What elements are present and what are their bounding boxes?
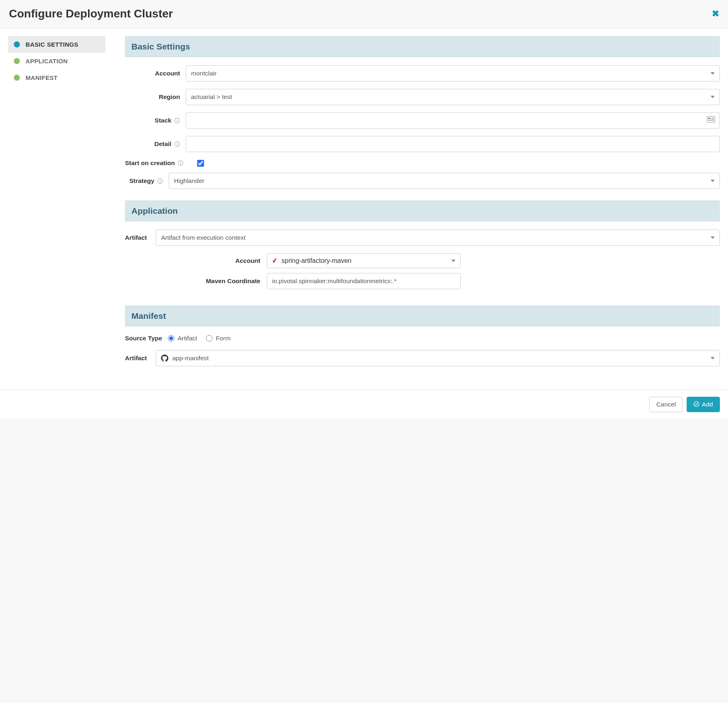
maven-coordinate-input[interactable]	[267, 273, 461, 289]
check-circle-icon	[694, 401, 699, 408]
label-app-account: Account	[202, 257, 267, 264]
sidebar-item-application[interactable]: APPLICATION	[8, 53, 105, 69]
help-icon[interactable]: ⓘ	[174, 141, 180, 148]
label-manifest-artifact: Artifact	[125, 355, 148, 362]
row-account: Account montclair	[125, 65, 720, 82]
manifest-artifact-value: app-manifest	[172, 355, 209, 362]
status-dot-icon	[14, 75, 20, 81]
modal-title: Configure Deployment Cluster	[9, 7, 173, 20]
svg-rect-1	[708, 118, 711, 119]
svg-rect-3	[711, 118, 714, 119]
modal-header: Configure Deployment Cluster ✖	[0, 0, 728, 29]
status-dot-icon	[14, 41, 20, 47]
app-artifact-select[interactable]: Artifact from execution context	[156, 230, 720, 246]
sidebar-item-label: APPLICATION	[26, 58, 68, 64]
status-dot-icon	[14, 58, 20, 64]
source-type-radio-group: Artifact Form	[168, 335, 230, 342]
svg-rect-2	[708, 120, 714, 121]
help-icon[interactable]: ⓘ	[157, 178, 163, 185]
chevron-down-icon	[711, 357, 715, 359]
github-icon	[161, 355, 168, 362]
label-account: Account	[125, 70, 186, 77]
row-maven-coord: Maven Coordinate	[202, 273, 720, 289]
section-heading-manifest: Manifest	[125, 305, 720, 327]
radio-option-artifact[interactable]: Artifact	[168, 335, 197, 342]
radio-artifact[interactable]	[168, 335, 174, 342]
help-icon[interactable]: ⓘ	[174, 117, 180, 125]
chevron-down-icon	[711, 236, 715, 239]
region-value: actuarial > test	[191, 93, 232, 101]
row-detail: Detail ⓘ	[125, 136, 720, 152]
section-heading-basic: Basic Settings	[125, 36, 720, 57]
app-account-select[interactable]: ✔ spring-artifactory-maven	[267, 253, 461, 268]
close-icon[interactable]: ✖	[712, 9, 719, 19]
account-select[interactable]: montclair	[186, 65, 720, 82]
chevron-down-icon	[711, 180, 715, 182]
sidebar-item-basic-settings[interactable]: BASIC SETTINGS	[8, 36, 105, 53]
modal-footer: Cancel Add	[0, 390, 728, 419]
row-stack: Stack ⓘ	[125, 112, 720, 129]
label-app-artifact: Artifact	[125, 234, 148, 241]
label-source-type: Source Type	[125, 335, 162, 342]
chevron-down-icon	[711, 96, 715, 98]
radio-form[interactable]	[206, 335, 213, 342]
row-region: Region actuarial > test	[125, 89, 720, 105]
sidebar-item-label: MANIFEST	[26, 74, 58, 81]
label-strategy: Strategy ⓘ	[125, 177, 169, 185]
sidebar-item-label: BASIC SETTINGS	[26, 41, 78, 48]
sidebar-item-manifest[interactable]: MANIFEST	[8, 69, 105, 86]
deployment-cluster-modal: Configure Deployment Cluster ✖ BASIC SET…	[0, 0, 728, 419]
form-main: Basic Settings Account montclair Region …	[125, 36, 720, 374]
label-region: Region	[125, 93, 186, 101]
label-maven-coord: Maven Coordinate	[202, 277, 267, 285]
row-app-account: Account ✔ spring-artifactory-maven	[202, 253, 720, 268]
start-on-creation-checkbox[interactable]	[197, 160, 204, 167]
row-manifest-artifact: Artifact app-manifest	[125, 350, 720, 366]
modal-body: BASIC SETTINGS APPLICATION MANIFEST Basi…	[0, 29, 728, 390]
chevron-down-icon	[711, 72, 715, 75]
row-strategy: Strategy ⓘ Highlander	[125, 173, 720, 189]
app-account-value: spring-artifactory-maven	[281, 257, 352, 264]
chevron-down-icon	[451, 260, 455, 262]
strategy-select[interactable]: Highlander	[169, 173, 720, 189]
wizard-sidebar: BASIC SETTINGS APPLICATION MANIFEST	[8, 36, 105, 374]
add-button[interactable]: Add	[687, 397, 720, 412]
card-icon	[707, 116, 715, 125]
app-artifact-value: Artifact from execution context	[161, 234, 245, 241]
label-start: Start on creation ⓘ	[125, 159, 189, 167]
radio-option-form[interactable]: Form	[206, 335, 230, 342]
region-select[interactable]: actuarial > test	[186, 89, 720, 105]
app-artifact-details: Account ✔ spring-artifactory-maven Maven…	[125, 253, 720, 289]
account-value: montclair	[191, 70, 217, 77]
cancel-button[interactable]: Cancel	[649, 397, 683, 412]
row-app-artifact: Artifact Artifact from execution context	[125, 230, 720, 246]
help-icon[interactable]: ⓘ	[178, 160, 183, 167]
manifest-artifact-select[interactable]: app-manifest	[156, 350, 720, 366]
label-detail: Detail ⓘ	[125, 140, 186, 148]
section-heading-application: Application	[125, 200, 720, 221]
row-start-on-creation: Start on creation ⓘ	[125, 159, 720, 167]
row-source-type: Source Type Artifact Form	[125, 335, 720, 342]
label-stack: Stack ⓘ	[125, 117, 186, 125]
svg-rect-4	[711, 119, 714, 120]
stack-input[interactable]	[186, 112, 720, 129]
maven-icon: ✔	[271, 256, 278, 265]
strategy-value: Highlander	[174, 177, 204, 185]
detail-input[interactable]	[186, 136, 720, 152]
